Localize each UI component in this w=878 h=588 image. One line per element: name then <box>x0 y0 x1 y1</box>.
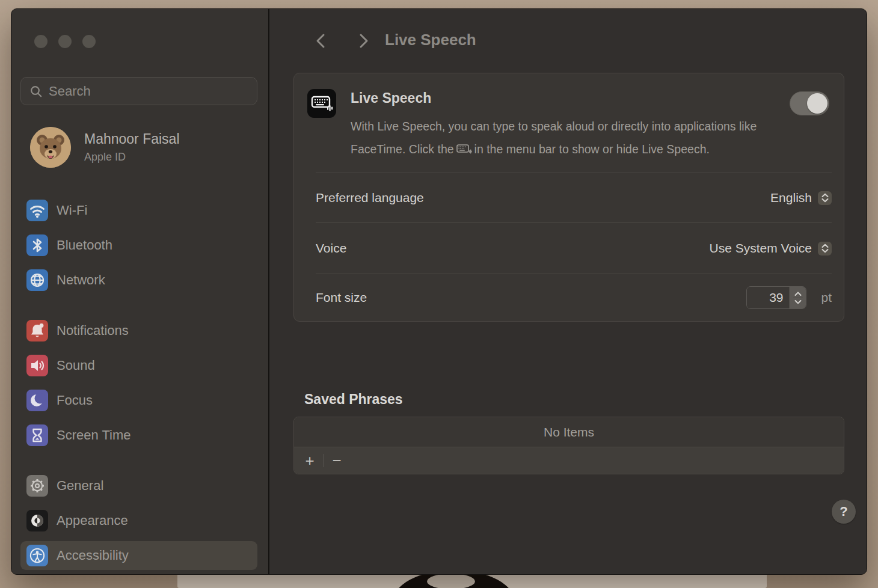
sidebar-item-network[interactable]: Network <box>20 266 257 295</box>
live-speech-description: With Live Speech, you can type to speak … <box>351 115 760 161</box>
hourglass-icon <box>26 424 48 446</box>
sidebar-group-network: Wi-Fi Bluetooth Network <box>20 196 257 301</box>
bell-icon <box>26 320 48 341</box>
search-input[interactable]: Search <box>20 77 257 105</box>
sidebar-item-screen-time[interactable]: Screen Time <box>20 421 257 450</box>
list-footer: + − <box>294 447 844 474</box>
preferred-language-row: Preferred language English <box>316 173 832 222</box>
sidebar-item-sound[interactable]: Sound <box>20 351 257 380</box>
voice-control[interactable]: Use System Voice <box>710 241 832 256</box>
font-size-unit: pt <box>821 290 832 305</box>
zoom-button[interactable] <box>82 35 96 48</box>
page-title: Live Speech <box>385 31 476 49</box>
sidebar-item-label: Bluetooth <box>57 237 112 253</box>
sidebar: Search Mahnoor Faisal Apple ID <box>11 9 268 574</box>
keyboard-icon <box>456 143 472 155</box>
empty-list-message: No Items <box>294 417 844 447</box>
live-speech-toggle[interactable] <box>790 91 829 115</box>
font-size-control: 39 pt <box>746 286 832 309</box>
toggle-knob <box>807 93 827 114</box>
sidebar-item-wifi[interactable]: Wi-Fi <box>20 196 257 225</box>
stepper-arrows[interactable] <box>789 287 806 308</box>
minimize-button[interactable] <box>58 35 72 48</box>
preferred-language-control[interactable]: English <box>770 191 832 205</box>
sidebar-item-focus[interactable]: Focus <box>20 386 257 415</box>
live-speech-card: Live Speech With Live Speech, you can ty… <box>293 73 844 322</box>
sidebar-item-bluetooth[interactable]: Bluetooth <box>20 231 257 260</box>
profile-name: Mahnoor Faisal <box>84 131 180 147</box>
live-speech-title: Live Speech <box>351 90 778 106</box>
wifi-icon <box>26 200 48 221</box>
traffic-lights <box>34 35 96 48</box>
font-size-row: Font size 39 pt <box>316 274 832 321</box>
saved-phrases-heading: Saved Phrases <box>304 391 403 408</box>
sidebar-item-notifications[interactable]: Notifications <box>20 316 257 345</box>
history-nav <box>312 32 373 50</box>
gear-icon <box>26 475 48 497</box>
sidebar-item-accessibility[interactable]: Accessibility <box>20 541 257 570</box>
sidebar-item-label: Focus <box>57 393 93 408</box>
speaker-icon <box>26 355 48 376</box>
search-icon <box>29 85 43 98</box>
add-phrase-button[interactable]: + <box>300 452 319 470</box>
appearance-icon <box>26 510 48 531</box>
stepper-down-icon <box>794 299 802 305</box>
sidebar-item-label: Notifications <box>57 323 129 338</box>
live-speech-text: Live Speech With Live Speech, you can ty… <box>351 89 778 161</box>
sidebar-group-system: Notifications Sound Focus Screen Time <box>20 316 257 456</box>
sidebar-item-appearance[interactable]: Appearance <box>20 506 257 535</box>
accessibility-icon <box>26 545 48 566</box>
button-divider <box>323 454 324 467</box>
voice-value: Use System Voice <box>710 241 812 256</box>
sidebar-item-general[interactable]: General <box>20 471 257 500</box>
live-speech-header: Live Speech With Live Speech, you can ty… <box>294 73 844 173</box>
profile-text: Mahnoor Faisal Apple ID <box>84 131 180 164</box>
sidebar-item-label: Wi-Fi <box>57 203 87 218</box>
sidebar-item-label: Network <box>57 272 105 288</box>
close-button[interactable] <box>34 35 48 48</box>
profile-subtitle: Apple ID <box>84 151 180 164</box>
sidebar-group-general: General Appearance Accessibility <box>20 471 257 575</box>
preferred-language-label: Preferred language <box>316 191 424 205</box>
moon-icon <box>26 390 48 411</box>
saved-phrases-list: No Items + − <box>293 417 844 474</box>
sidebar-item-label: Appearance <box>57 513 128 528</box>
stepper-up-icon <box>794 291 802 296</box>
font-size-value[interactable]: 39 <box>747 287 789 308</box>
sidebar-item-label: Screen Time <box>57 427 131 443</box>
sidebar-item-label: General <box>57 478 103 494</box>
apple-id-item[interactable]: Mahnoor Faisal Apple ID <box>30 127 180 168</box>
voice-row: Voice Use System Voice <box>316 222 832 274</box>
chevron-up-down-icon[interactable] <box>818 242 832 256</box>
system-settings-window: Search Mahnoor Faisal Apple ID <box>11 8 867 575</box>
sidebar-item-label: Sound <box>57 358 95 373</box>
avatar <box>30 127 71 168</box>
chevron-up-down-icon[interactable] <box>818 191 832 205</box>
search-placeholder: Search <box>49 84 91 99</box>
live-speech-icon <box>307 89 336 118</box>
sidebar-item-label: Accessibility <box>57 548 129 563</box>
bluetooth-icon <box>26 234 48 256</box>
main-pane: Live Speech Live Speech With Live Speech… <box>269 9 867 574</box>
preferred-language-value: English <box>770 191 812 205</box>
forward-button[interactable] <box>355 32 373 50</box>
help-button[interactable]: ? <box>832 500 856 524</box>
back-button[interactable] <box>312 32 330 50</box>
font-size-stepper[interactable]: 39 <box>746 286 806 309</box>
remove-phrase-button[interactable]: − <box>327 452 346 470</box>
voice-label: Voice <box>316 241 346 256</box>
font-size-label: Font size <box>316 290 367 305</box>
globe-icon <box>26 269 48 291</box>
